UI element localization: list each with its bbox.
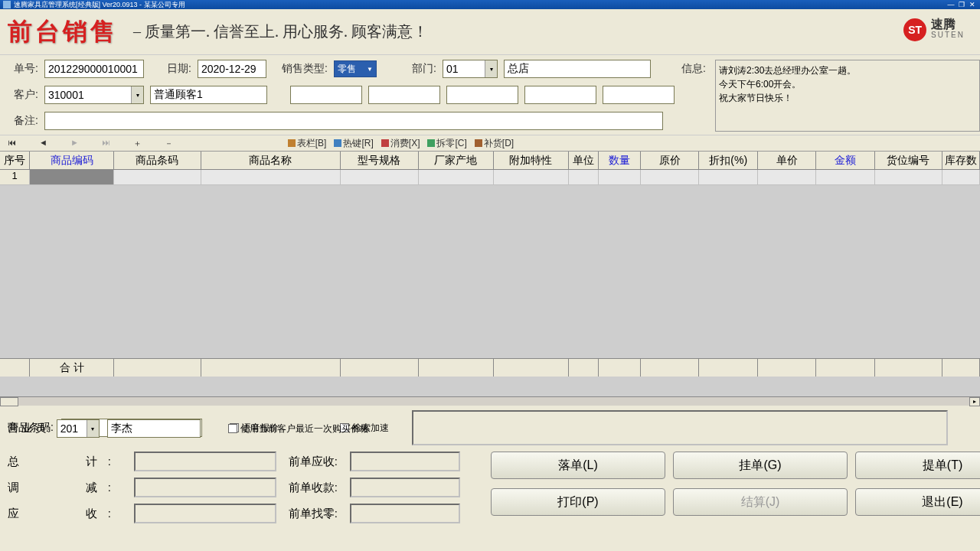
nav-last-icon[interactable]: ⏭ <box>102 138 110 149</box>
app-icon <box>3 1 11 8</box>
nav-add-icon[interactable]: ＋ <box>133 138 142 149</box>
tool-table-btn[interactable]: 表栏[B] <box>288 137 327 150</box>
footer-cell <box>0 359 30 377</box>
close-icon[interactable]: ✕ <box>968 1 977 8</box>
footer-cell <box>341 359 419 377</box>
cell[interactable]: 1 <box>0 170 30 185</box>
sales-dropdown-btn[interactable]: ▾ <box>87 420 99 437</box>
col-qty[interactable]: 数量 <box>599 152 641 169</box>
nav-prev-icon[interactable]: ◄ <box>39 138 47 149</box>
nav-first-icon[interactable]: ⏮ <box>8 138 16 149</box>
tool-hotkey-btn[interactable]: 热键[R] <box>334 137 373 150</box>
chk-lastprice[interactable]: 使用当前客户最近一次购买价格 <box>228 422 369 435</box>
footer-cell <box>114 359 201 377</box>
cell[interactable] <box>599 170 641 185</box>
keyboard-icon <box>334 139 341 147</box>
cell[interactable] <box>114 170 201 185</box>
dept-name-input[interactable] <box>504 60 651 78</box>
extra-field-3[interactable] <box>446 86 518 104</box>
customer-dropdown-btn[interactable]: ▾ <box>131 86 143 103</box>
footer-cell <box>816 359 874 377</box>
extra-field-5[interactable] <box>603 86 675 104</box>
logo-en: SUTEN <box>931 30 965 41</box>
col-amount[interactable]: 金额 <box>816 152 874 169</box>
cell[interactable] <box>816 170 874 185</box>
col-origin[interactable]: 厂家产地 <box>419 152 494 169</box>
customer-code-input[interactable] <box>44 86 144 104</box>
print-button[interactable]: 打印(P) <box>491 488 665 516</box>
dept-dropdown-btn[interactable]: ▾ <box>485 60 497 77</box>
footer-cell <box>419 359 494 377</box>
lbl-info: 信息: <box>675 62 706 76</box>
order-no-input[interactable] <box>44 60 144 78</box>
slogan: – 质量第一. 信誉至上. 用心服务. 顾客满意！ <box>133 21 428 42</box>
split-icon <box>427 139 435 147</box>
grid-body[interactable]: 1 合 计 <box>0 170 980 377</box>
lbl-prev-change: 前单找零: <box>289 507 338 521</box>
footer-cell <box>599 359 641 377</box>
minimize-icon[interactable]: — <box>946 1 956 8</box>
col-disc[interactable]: 折扣(%) <box>699 152 757 169</box>
exit-button[interactable]: 退出(E) <box>855 488 980 516</box>
tool-consume-btn[interactable]: 消费[X] <box>381 137 420 150</box>
prev-change-field <box>350 504 460 523</box>
lbl-sales-type: 销售类型: <box>280 62 328 76</box>
scroll-thumb[interactable] <box>0 397 18 406</box>
cell[interactable] <box>30 170 114 185</box>
cell[interactable] <box>341 170 419 185</box>
sales-type-dropdown[interactable]: 零售▼ <box>334 60 377 77</box>
settle-button[interactable]: 结算(J) <box>673 488 848 516</box>
cell[interactable] <box>875 170 942 185</box>
adjust-field[interactable] <box>134 478 276 497</box>
col-unit[interactable]: 单位 <box>569 152 599 169</box>
pick-button[interactable]: 提单(T) <box>855 452 980 479</box>
nav-next-icon[interactable]: ► <box>70 138 79 149</box>
sales-name-input[interactable] <box>107 419 201 438</box>
cell[interactable] <box>569 170 599 185</box>
tool-split-btn[interactable]: 拆零[C] <box>427 137 466 150</box>
cell[interactable] <box>758 170 816 185</box>
cell[interactable] <box>699 170 757 185</box>
cell[interactable] <box>201 170 341 185</box>
col-spec[interactable]: 型号规格 <box>341 152 419 169</box>
header: 前台销售 – 质量第一. 信誉至上. 用心服务. 顾客满意！ ST 速腾 SUT… <box>0 9 980 55</box>
remark-input[interactable] <box>44 112 663 130</box>
cell[interactable] <box>419 170 494 185</box>
col-barcode[interactable]: 商品条码 <box>114 152 201 169</box>
col-orig[interactable]: 原价 <box>641 152 699 169</box>
lbl-prev-paid: 前单收款: <box>289 481 338 495</box>
col-price[interactable]: 单价 <box>758 152 816 169</box>
col-seq[interactable]: 序号 <box>0 152 30 169</box>
footer-cell: 合 计 <box>30 359 114 377</box>
extra-field-2[interactable] <box>368 86 440 104</box>
cell[interactable] <box>942 170 980 185</box>
footer-cell <box>758 359 816 377</box>
footer-cell <box>875 359 942 377</box>
date-input[interactable] <box>198 60 266 78</box>
col-attr[interactable]: 附加特性 <box>494 152 569 169</box>
col-stock[interactable]: 库存数 <box>942 152 980 169</box>
extra-field-1[interactable] <box>290 86 362 104</box>
col-code[interactable]: 商品编码 <box>30 152 114 169</box>
logo-badge-icon: ST <box>903 18 926 41</box>
col-loc[interactable]: 货位编号 <box>875 152 942 169</box>
hold-button[interactable]: 挂单(G) <box>673 452 848 479</box>
col-name[interactable]: 商品名称 <box>201 152 341 169</box>
maximize-icon[interactable]: ❐ <box>957 1 966 8</box>
grid-footer: 合 计 <box>0 358 980 377</box>
total-field[interactable] <box>134 452 276 471</box>
nav-bar: ⏮ ◄ ► ⏭ ＋ － 表栏[B] 热键[R] 消费[X] 拆零[C] 补货[D… <box>0 135 980 152</box>
nav-remove-icon[interactable]: － <box>165 138 173 149</box>
cell[interactable] <box>494 170 569 185</box>
lbl-dept: 部门: <box>406 62 436 76</box>
table-row[interactable]: 1 <box>0 170 980 185</box>
cell[interactable] <box>641 170 699 185</box>
extra-field-4[interactable] <box>524 86 596 104</box>
titlebar: 速腾家具店管理系统[经典版] Ver20.0913 - 某某公司专用 — ❐ ✕ <box>0 0 980 9</box>
scroll-right-icon[interactable]: ▸ <box>969 397 980 406</box>
customer-name-input[interactable] <box>150 86 267 104</box>
drop-button[interactable]: 落单(L) <box>491 452 665 479</box>
tool-restock-btn[interactable]: 补货[D] <box>475 137 514 150</box>
receive-field[interactable] <box>134 504 276 523</box>
h-scrollbar[interactable]: ▸ <box>0 396 980 406</box>
